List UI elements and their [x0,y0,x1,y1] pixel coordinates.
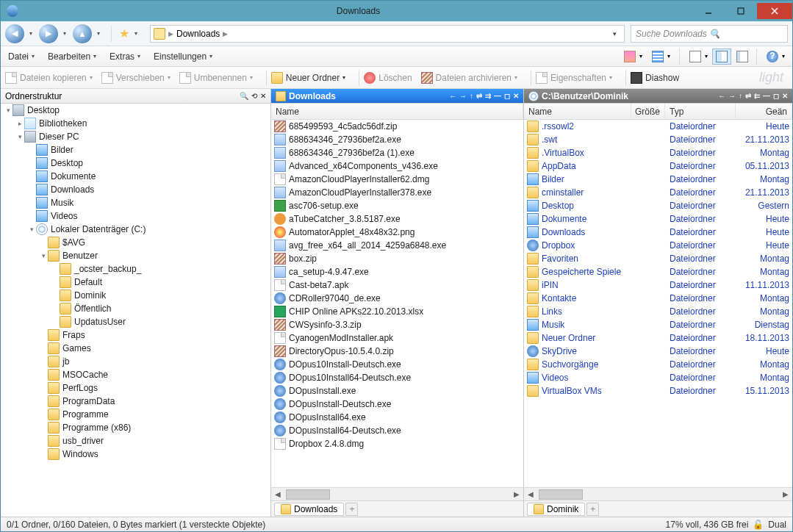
tab-add[interactable]: + [586,503,599,516]
close-icon[interactable]: ✕ [260,92,266,100]
tree-item[interactable]: Bilder [1,143,270,157]
status-mode[interactable]: Dual [768,520,786,530]
copy-left-icon[interactable]: ⇇ [754,92,760,100]
col-name[interactable]: Name [524,104,631,119]
file-row[interactable]: 685499593_4c5adc56df.zip [271,120,523,133]
view-details-button[interactable] [648,48,667,65]
file-row[interactable]: 688634346_27936bef2a (1).exe [271,146,523,159]
folder-row[interactable]: DownloadsDateiordnerHeute [524,226,792,239]
close-pane-icon[interactable]: ✕ [782,92,788,100]
file-row[interactable]: CHIP Online APKs22.10.2013.xlsx [271,305,523,318]
min-icon[interactable]: — [494,92,501,100]
folder-row[interactable]: cminstallerDateiordner21.11.2013 [524,186,792,199]
h-scrollbar[interactable]: ◀▶ [524,487,792,500]
folder-row[interactable]: iPINDateiordner11.11.2013 [524,278,792,292]
tree-item[interactable]: ▾Dieser PC [1,130,270,143]
nav-back-icon[interactable]: ← [718,92,725,100]
layout-dual-button[interactable] [712,48,731,65]
folder-tree[interactable]: ▾Desktop▸Bibliotheken▾Dieser PCBilderDes… [1,104,270,517]
tree-item[interactable]: Programme (x86) [1,421,270,434]
folder-row[interactable]: DokumenteDateiordnerHeute [524,212,792,226]
file-row[interactable]: CWSysinfo-3.3.zip [271,318,523,331]
nav-up-icon[interactable]: ↑ [739,92,742,100]
tree-item[interactable]: ▸Bibliotheken [1,117,270,130]
file-row[interactable]: DOpusInstall.exe [271,384,523,398]
tree-item[interactable]: Default [1,276,270,289]
menu-tools[interactable]: Extras▾ [107,51,143,62]
folder-row[interactable]: KontakteDateiordnerMontag [524,292,792,305]
slideshow-button[interactable]: Diashow [631,72,679,84]
tree-item[interactable]: ProgramData [1,395,270,408]
max-icon[interactable]: ◻ [773,92,779,100]
file-row[interactable]: 688634346_27936bef2a.exe [271,133,523,146]
folder-row[interactable]: Neuer OrdnerDateiordner18.11.2013 [524,331,792,345]
user-columns[interactable]: Name Größe Typ Geän [524,104,792,120]
up-button[interactable]: ▲ [73,24,92,43]
file-row[interactable]: DirectoryOpus-10.5.4.0.zip [271,345,523,358]
tree-item[interactable]: Dominik [1,289,270,302]
file-row[interactable]: Cast-beta7.apk [271,278,523,292]
tree-item[interactable]: _ocster_backup_ [1,262,270,276]
tree-item[interactable]: Fraps [1,328,270,342]
folder-row[interactable]: VideosDateiordnerMontag [524,371,792,384]
file-row[interactable]: ca_setup-4.9.47.exe [271,265,523,278]
copy-right-icon[interactable]: ⇉ [485,92,491,100]
file-row[interactable]: asc706-setup.exe [271,199,523,212]
new-folder-button[interactable]: Neuer Ordner▾ [271,72,345,84]
folder-row[interactable]: DesktopDateiordnerGestern [524,199,792,212]
tab-downloads[interactable]: Downloads [274,503,344,516]
file-row[interactable]: box.zip [271,252,523,265]
close-button[interactable] [757,3,792,19]
menu-edit[interactable]: Bearbeiten▾ [45,51,99,62]
nav-fwd-icon[interactable]: → [728,92,736,100]
col-type[interactable]: Typ [665,104,736,119]
col-name[interactable]: Name [271,104,523,119]
folder-row[interactable]: MusikDateiordnerDienstag [524,318,792,331]
max-icon[interactable]: ◻ [504,92,510,100]
file-row[interactable]: Dropbox 2.4.8.dmg [271,437,523,450]
layout-single-button[interactable] [686,48,705,65]
h-scrollbar[interactable]: ◀▶ [271,487,523,500]
folder-row[interactable]: FavoritenDateiordnerMontag [524,252,792,265]
maximize-button[interactable] [725,3,757,19]
file-row[interactable]: DOpusInstall-Deutsch.exe [271,398,523,411]
tab-add[interactable]: + [345,503,358,516]
archive-button[interactable]: Dateien archivieren▾ [421,72,517,84]
tree-item[interactable]: Programme [1,408,270,421]
folder-row[interactable]: AppDataDateiordner05.11.2013 [524,159,792,173]
file-row[interactable]: CDRoller97040_de.exe [271,292,523,305]
properties-button[interactable]: Eigenschaften▾ [536,72,612,84]
search-icon[interactable]: 🔍 [709,29,783,39]
file-row[interactable]: aTubeCatcher_3.8.5187.exe [271,212,523,226]
folder-row[interactable]: DropboxDateiordnerHeute [524,239,792,252]
nav-fwd-icon[interactable]: → [459,92,467,100]
user-list[interactable]: .rssowl2DateiordnerHeute.swtDateiordner2… [524,120,792,487]
tree-item[interactable]: ▾Desktop [1,104,270,117]
col-modified[interactable]: Geän [736,104,792,119]
collapse-icon[interactable]: ⟲ [251,92,257,100]
up-dropdown[interactable]: ▾ [95,30,102,37]
search-box[interactable]: Suche Downloads 🔍 [631,25,788,43]
file-row[interactable]: CyanogenModInstaller.apk [271,331,523,345]
file-row[interactable]: AmazonCloudPlayerInstaller62.dmg [271,173,523,186]
tree-item[interactable]: ▾Benutzer [1,249,270,262]
folder-row[interactable]: SuchvorgängeDateiordnerMontag [524,358,792,371]
downloads-columns[interactable]: Name [271,104,523,120]
tree-item[interactable]: Öffentlich [1,302,270,315]
layout-tree-button[interactable] [733,48,752,65]
tree-item[interactable]: ▾Lokaler Datenträger (C:) [1,223,270,236]
swap-icon[interactable]: ⇄ [745,92,751,100]
copy-button[interactable]: Dateien kopieren▾ [5,72,93,84]
swap-icon[interactable]: ⇄ [476,92,482,100]
file-row[interactable]: DOpusInstall64-Deutsch.exe [271,424,523,437]
tab-dominik[interactable]: Dominik [527,503,585,516]
back-dropdown[interactable]: ▾ [27,30,35,37]
file-row[interactable]: DOpusInstall64.exe [271,411,523,424]
tree-item[interactable]: UpdatusUser [1,315,270,328]
address-bar[interactable]: ▶ Downloads ▶ ▾ [150,25,625,43]
nav-up-icon[interactable]: ↑ [470,92,473,100]
folder-row[interactable]: LinksDateiordnerMontag [524,305,792,318]
search-icon[interactable]: 🔍 [240,92,248,100]
folder-row[interactable]: Gespeicherte SpieleDateiordnerMontag [524,265,792,278]
file-row[interactable]: AmazonCloudPlayerInstaller378.exe [271,186,523,199]
